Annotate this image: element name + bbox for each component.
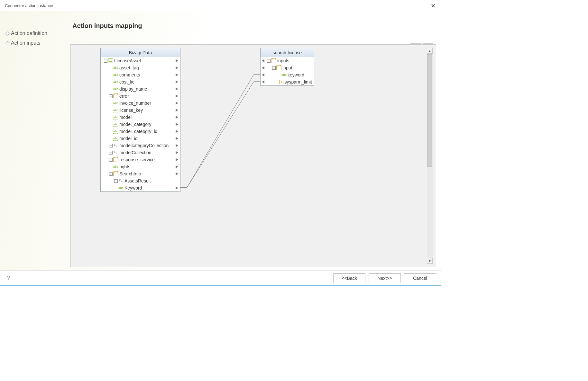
target-tree-node[interactable]: abckeyword — [261, 71, 314, 78]
source-tree-node[interactable]: +AssetsResult — [101, 177, 180, 184]
source-tree-node[interactable]: abcasset_tag — [101, 64, 180, 71]
mapping-canvas: Bizagi Data -LicenseAssetabcasset_tagabc… — [70, 44, 436, 267]
expand-toggle[interactable]: + — [109, 94, 113, 98]
source-tree-node[interactable]: abcKeyword — [101, 184, 180, 191]
expand-toggle[interactable]: + — [114, 179, 118, 183]
map-port-icon[interactable] — [176, 158, 178, 161]
source-tree-node[interactable]: -SearchInfo — [101, 170, 180, 177]
tree-node-label: modelCollection — [119, 150, 152, 155]
tree-node-label: Keyword — [124, 185, 142, 191]
help-icon[interactable]: ? — [5, 275, 12, 282]
map-port-icon[interactable] — [176, 87, 178, 91]
source-tree-node[interactable]: abcmodel_cateogry_id — [101, 128, 180, 135]
tree-node-label: cost_lic — [119, 79, 134, 84]
source-tree-node[interactable]: abcmodel — [101, 114, 180, 121]
map-port-icon[interactable] — [176, 165, 178, 168]
object-icon — [276, 66, 281, 70]
tree-node-label: modelcategoryCollection — [119, 143, 169, 148]
map-port-icon[interactable] — [176, 80, 178, 84]
map-port-icon[interactable] — [176, 102, 178, 105]
map-port-icon[interactable] — [176, 109, 178, 112]
map-port-icon[interactable] — [176, 144, 178, 147]
source-tree-node[interactable]: abcrights — [101, 163, 180, 170]
target-tree-node[interactable]: -input — [261, 64, 314, 71]
sidebar-item-action-inputs[interactable]: Action inputs — [6, 38, 70, 48]
dialog-body: Action definition Action inputs Action i… — [0, 11, 441, 270]
text-field-icon: abc — [113, 101, 118, 105]
expand-toggle[interactable]: - — [267, 59, 271, 63]
expand-toggle[interactable]: - — [109, 172, 113, 176]
expand-toggle[interactable]: + — [109, 158, 113, 162]
map-port-icon[interactable] — [176, 137, 178, 140]
source-tree-node[interactable]: +modelCollection — [101, 149, 180, 156]
bullet-icon — [5, 41, 10, 45]
window-title: Connector action instance — [5, 3, 429, 8]
map-port-icon[interactable] — [176, 151, 178, 154]
sidebar-item-action-definition[interactable]: Action definition — [6, 29, 70, 38]
source-tree-node[interactable]: abccost_lic — [101, 78, 180, 85]
expand-toggle[interactable]: + — [109, 151, 113, 155]
source-tree-node[interactable]: -LicenseAsset — [101, 57, 180, 64]
map-port-icon[interactable] — [176, 94, 178, 98]
scroll-up-icon[interactable]: ▲ — [427, 48, 433, 54]
map-port-icon[interactable] — [262, 80, 264, 84]
expand-toggle[interactable]: - — [272, 66, 276, 70]
page-title: Action inputs mapping — [72, 22, 436, 30]
expand-toggle[interactable]: - — [104, 59, 107, 63]
dialog-footer: ? <<Back Next>> Cancel — [0, 270, 441, 285]
scroll-thumb[interactable] — [427, 54, 432, 167]
vertical-scrollbar[interactable]: ▲ ▼ — [427, 48, 433, 264]
object-icon — [113, 94, 118, 98]
tree-node-label: model_category — [119, 122, 152, 127]
target-tree-node[interactable]: 1sysparm_limit — [261, 78, 314, 85]
object-icon — [113, 172, 118, 176]
back-button[interactable]: <<Back — [333, 273, 365, 283]
source-tree-node[interactable]: abccomments — [101, 71, 180, 78]
source-tree-node[interactable]: abcmodel_category — [101, 121, 180, 128]
target-tree: -inputs-inputabckeyword1sysparm_limit — [261, 57, 314, 85]
source-tree-node[interactable]: abcdisplay_name — [101, 85, 180, 93]
text-field-icon: abc — [113, 122, 118, 127]
text-field-icon: abc — [118, 186, 124, 190]
text-field-icon: abc — [113, 129, 118, 134]
source-tree-node[interactable]: +error — [101, 93, 180, 100]
tree-node-label: error — [119, 93, 129, 99]
scroll-down-icon[interactable]: ▼ — [427, 258, 433, 264]
map-port-icon[interactable] — [176, 116, 178, 119]
next-button[interactable]: Next>> — [369, 273, 401, 283]
collection-icon — [113, 150, 118, 155]
tree-node-label: invoice_number — [119, 101, 151, 106]
source-tree-node[interactable]: abclicense_key — [101, 107, 180, 114]
tree-node-label: model_id — [119, 136, 138, 141]
tree-node-label: comments — [119, 72, 140, 77]
source-tree-node[interactable]: +response_service — [101, 156, 180, 163]
close-icon[interactable]: ✕ — [429, 2, 437, 9]
map-port-icon[interactable] — [176, 186, 178, 190]
map-port-icon[interactable] — [176, 123, 178, 126]
tree-node-label: model_cateogry_id — [119, 129, 157, 134]
map-port-icon[interactable] — [262, 59, 264, 62]
bullet-icon — [5, 31, 10, 36]
target-panel: search-license -inputs-inputabckeyword1s… — [260, 48, 314, 86]
target-tree-node[interactable]: -inputs — [261, 57, 314, 64]
sidebar-item-label: Action inputs — [11, 40, 41, 46]
tree-node-label: input — [282, 65, 292, 70]
text-field-icon: abc — [113, 87, 118, 91]
text-field-icon: abc — [113, 80, 118, 84]
tree-node-label: license_key — [119, 108, 143, 113]
map-port-icon[interactable] — [176, 73, 178, 76]
tree-node-label: response_service — [119, 157, 155, 162]
map-port-icon[interactable] — [262, 66, 264, 69]
map-port-icon[interactable] — [262, 73, 264, 76]
map-port-icon[interactable] — [176, 66, 178, 69]
sidebar-item-label: Action definition — [11, 31, 47, 36]
map-port-icon[interactable] — [176, 59, 178, 62]
source-tree-node[interactable]: abcinvoice_number — [101, 100, 180, 107]
cancel-button[interactable]: Cancel — [404, 273, 436, 283]
sidebar: Action definition Action inputs — [0, 11, 70, 270]
map-port-icon[interactable] — [176, 172, 178, 175]
source-tree-node[interactable]: +modelcategoryCollection — [101, 142, 180, 149]
map-port-icon[interactable] — [176, 130, 178, 133]
expand-toggle[interactable]: + — [109, 144, 113, 147]
source-tree-node[interactable]: abcmodel_id — [101, 135, 180, 142]
